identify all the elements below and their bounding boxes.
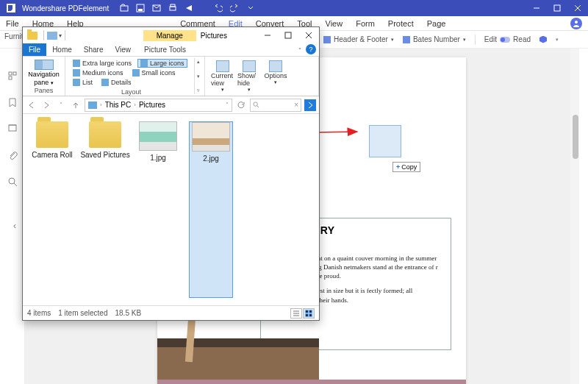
mauve-background-strip bbox=[157, 380, 466, 384]
refresh-icon[interactable] bbox=[235, 99, 247, 111]
furniture-photo bbox=[157, 338, 319, 384]
status-size: 18.5 KB bbox=[115, 309, 142, 317]
explorer-file-pane[interactable]: Camera Roll Saved Pictures 1.jpg 2.jpg bbox=[23, 114, 319, 305]
clear-search-icon[interactable]: × bbox=[294, 101, 298, 109]
bookmark-icon[interactable] bbox=[7, 97, 18, 110]
svg-rect-15 bbox=[9, 125, 16, 131]
quick-access-icon[interactable] bbox=[47, 32, 57, 40]
attachment-icon[interactable] bbox=[7, 150, 18, 163]
svg-rect-12 bbox=[9, 72, 12, 75]
folder-item[interactable]: Camera Roll bbox=[30, 121, 74, 298]
close-button[interactable] bbox=[567, 0, 588, 16]
item-label: Saved Pictures bbox=[80, 151, 129, 159]
scrollbar-thumb[interactable] bbox=[573, 115, 578, 159]
svg-rect-14 bbox=[9, 77, 12, 79]
maximize-button[interactable] bbox=[547, 0, 567, 16]
magnifier-icon bbox=[253, 102, 259, 108]
bates-number-button[interactable]: Bates Number▾ bbox=[403, 35, 466, 43]
minimize-button[interactable] bbox=[526, 0, 547, 16]
manage-contextual-tab[interactable]: Manage bbox=[143, 30, 196, 41]
extra-large-icons-button[interactable]: Extra large icons bbox=[70, 59, 135, 68]
small-icons-button[interactable]: Small icons bbox=[129, 68, 179, 77]
undo-icon[interactable] bbox=[213, 3, 223, 13]
folder-item[interactable]: Saved Pictures bbox=[83, 121, 127, 298]
menu-protect[interactable]: Protect bbox=[388, 19, 414, 28]
medium-icons-button[interactable]: Medium icons bbox=[70, 68, 126, 77]
search-icon[interactable] bbox=[7, 177, 18, 190]
svg-rect-1 bbox=[121, 6, 128, 11]
explorer-maximize-button[interactable] bbox=[278, 28, 298, 43]
image-drop-placeholder[interactable] bbox=[369, 125, 401, 157]
search-box[interactable]: × bbox=[250, 99, 301, 112]
crumb-folder[interactable]: Pictures bbox=[139, 101, 165, 109]
up-button[interactable] bbox=[70, 99, 82, 111]
go-button[interactable] bbox=[304, 99, 316, 111]
chevron-down-icon[interactable]: ▾ bbox=[59, 32, 62, 39]
status-count: 4 items bbox=[27, 309, 51, 317]
hex-icon[interactable] bbox=[539, 36, 547, 43]
annotations-icon[interactable] bbox=[7, 124, 18, 137]
user-avatar-icon[interactable] bbox=[570, 18, 582, 29]
details-view-icon[interactable] bbox=[290, 308, 302, 319]
folder-large-icon bbox=[36, 121, 68, 148]
list-button[interactable]: List bbox=[70, 78, 96, 87]
menu-page[interactable]: Page bbox=[427, 19, 446, 28]
redo-icon[interactable] bbox=[229, 3, 240, 13]
tab-view[interactable]: View bbox=[110, 43, 137, 56]
header-footer-button[interactable]: Header & Footer▾ bbox=[323, 35, 394, 43]
tab-home[interactable]: Home bbox=[46, 43, 78, 56]
help-icon[interactable]: ? bbox=[306, 44, 316, 54]
navigation-pane-icon[interactable] bbox=[35, 60, 54, 70]
folder-icon bbox=[27, 32, 37, 40]
thumbnails-icon[interactable] bbox=[7, 71, 18, 84]
file-explorer-window: ▾ Manage Pictures File Home Share View P… bbox=[22, 26, 320, 321]
switch-icon[interactable] bbox=[500, 37, 510, 43]
layout-group: Extra large icons Large icons Medium ico… bbox=[65, 57, 205, 96]
explorer-ribbon: Navigation pane ▾ Panes Extra large icon… bbox=[23, 57, 319, 96]
app-title-bar: Wondershare PDFelement bbox=[0, 0, 588, 16]
svg-line-17 bbox=[14, 183, 17, 186]
show-hide-button[interactable]: Show/ hide▾ bbox=[237, 60, 261, 93]
menu-view[interactable]: View bbox=[326, 19, 343, 28]
save-icon[interactable] bbox=[135, 3, 146, 13]
edit-mode-toggle[interactable]: EditRead bbox=[484, 35, 531, 43]
copy-cursor-badge: +Copy bbox=[392, 162, 420, 172]
menu-form[interactable]: Form bbox=[356, 19, 375, 28]
dropdown-icon[interactable] bbox=[245, 3, 256, 13]
menu-file[interactable]: File bbox=[6, 19, 19, 28]
image-item-selected[interactable]: 2.jpg bbox=[189, 121, 233, 298]
tab-share[interactable]: Share bbox=[78, 43, 110, 56]
svg-rect-28 bbox=[306, 310, 308, 313]
explorer-close-button[interactable] bbox=[298, 28, 319, 43]
layout-scroll[interactable]: ▴▾▿ bbox=[194, 58, 201, 94]
collapse-chevron-icon[interactable]: ‹ bbox=[13, 221, 16, 231]
svg-point-16 bbox=[9, 178, 15, 184]
share-icon[interactable] bbox=[184, 3, 194, 13]
options-button[interactable]: Options▾ bbox=[264, 60, 287, 93]
ribbon-collapse-icon[interactable]: ˄ bbox=[298, 47, 301, 54]
svg-rect-29 bbox=[309, 310, 312, 313]
image-thumbnail bbox=[139, 121, 177, 151]
back-button[interactable] bbox=[26, 99, 37, 111]
item-label: Camera Roll bbox=[32, 151, 73, 159]
forward-button[interactable] bbox=[40, 99, 52, 111]
recent-locations-icon[interactable]: ˅ bbox=[55, 99, 67, 111]
image-item[interactable]: 1.jpg bbox=[136, 121, 180, 298]
mail-icon[interactable] bbox=[151, 3, 162, 13]
breadcrumb[interactable]: › This PC › Pictures ˅ bbox=[85, 99, 232, 112]
large-icons-button[interactable]: Large icons bbox=[137, 59, 187, 68]
explorer-minimize-button[interactable] bbox=[257, 28, 278, 43]
thumbnails-view-icon[interactable] bbox=[303, 308, 315, 319]
crumb-root[interactable]: This PC bbox=[105, 101, 132, 109]
status-selected: 1 item selected bbox=[58, 309, 107, 317]
explorer-window-title: Pictures bbox=[201, 32, 227, 40]
tab-picture-tools[interactable]: Picture Tools bbox=[138, 43, 192, 56]
print-icon[interactable] bbox=[168, 3, 178, 13]
vertical-scrollbar[interactable] bbox=[570, 49, 579, 384]
this-pc-icon bbox=[88, 102, 97, 109]
current-view-button[interactable]: Current view▾ bbox=[211, 60, 234, 93]
open-icon[interactable] bbox=[119, 3, 129, 13]
details-button[interactable]: Details bbox=[98, 78, 135, 87]
svg-rect-6 bbox=[171, 4, 175, 7]
tab-file[interactable]: File bbox=[23, 43, 46, 56]
